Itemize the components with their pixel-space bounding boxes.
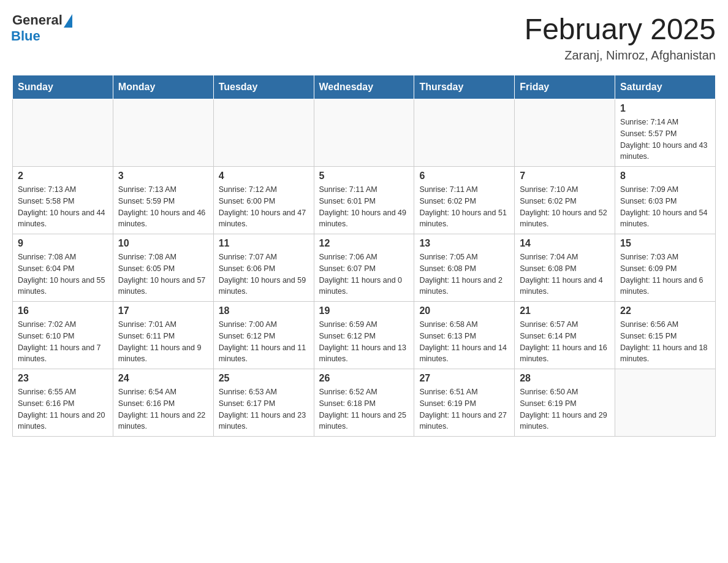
day-number: 3: [118, 170, 208, 182]
calendar-day: 25Sunrise: 6:53 AMSunset: 6:17 PMDayligh…: [213, 369, 314, 437]
day-info: Sunrise: 7:07 AMSunset: 6:06 PMDaylight:…: [219, 251, 309, 297]
calendar-day: 6Sunrise: 7:11 AMSunset: 6:02 PMDaylight…: [414, 167, 515, 234]
calendar-day: 10Sunrise: 7:08 AMSunset: 6:05 PMDayligh…: [113, 234, 213, 302]
day-number: 20: [419, 305, 509, 316]
calendar-day: 17Sunrise: 7:01 AMSunset: 6:11 PMDayligh…: [113, 302, 213, 369]
day-info: Sunrise: 6:55 AMSunset: 6:16 PMDaylight:…: [18, 386, 108, 432]
logo: General Blue: [12, 12, 72, 44]
day-number: 6: [419, 170, 509, 182]
calendar-day: 1Sunrise: 7:14 AMSunset: 5:57 PMDaylight…: [615, 99, 716, 167]
day-number: 9: [18, 238, 108, 249]
calendar-day: 3Sunrise: 7:13 AMSunset: 5:59 PMDaylight…: [113, 167, 213, 234]
calendar-day: [314, 99, 414, 167]
day-info: Sunrise: 6:57 AMSunset: 6:14 PMDaylight:…: [520, 319, 610, 365]
calendar-day: 7Sunrise: 7:10 AMSunset: 6:02 PMDaylight…: [515, 167, 615, 234]
calendar-table: SundayMondayTuesdayWednesdayThursdayFrid…: [12, 75, 716, 437]
day-number: 22: [620, 305, 710, 316]
calendar-day: 8Sunrise: 7:09 AMSunset: 6:03 PMDaylight…: [615, 167, 716, 234]
day-number: 19: [319, 305, 409, 316]
calendar-week-row: 2Sunrise: 7:13 AMSunset: 5:58 PMDaylight…: [13, 167, 716, 234]
calendar-header-wednesday: Wednesday: [314, 75, 414, 99]
calendar-day: 11Sunrise: 7:07 AMSunset: 6:06 PMDayligh…: [213, 234, 314, 302]
calendar-week-row: 23Sunrise: 6:55 AMSunset: 6:16 PMDayligh…: [13, 369, 716, 437]
calendar-day: [113, 99, 213, 167]
day-number: 27: [419, 373, 509, 384]
day-number: 28: [520, 373, 610, 384]
calendar-header-thursday: Thursday: [414, 75, 515, 99]
page-header: General Blue February 2025 Zaranj, Nimro…: [12, 12, 716, 63]
month-title: February 2025: [525, 12, 716, 46]
day-number: 7: [520, 170, 610, 182]
calendar-day: 2Sunrise: 7:13 AMSunset: 5:58 PMDaylight…: [13, 167, 113, 234]
calendar-day: 9Sunrise: 7:08 AMSunset: 6:04 PMDaylight…: [13, 234, 113, 302]
day-info: Sunrise: 6:53 AMSunset: 6:17 PMDaylight:…: [219, 386, 309, 432]
day-info: Sunrise: 7:11 AMSunset: 6:01 PMDaylight:…: [319, 184, 409, 230]
day-info: Sunrise: 7:01 AMSunset: 6:11 PMDaylight:…: [118, 319, 208, 365]
calendar-day: 21Sunrise: 6:57 AMSunset: 6:14 PMDayligh…: [515, 302, 615, 369]
day-info: Sunrise: 6:54 AMSunset: 6:16 PMDaylight:…: [118, 386, 208, 432]
day-number: 26: [319, 373, 409, 384]
day-number: 1: [620, 103, 710, 114]
day-number: 25: [219, 373, 309, 384]
calendar-header-monday: Monday: [113, 75, 213, 99]
logo-general-text: General: [12, 12, 63, 28]
day-info: Sunrise: 6:51 AMSunset: 6:19 PMDaylight:…: [419, 386, 509, 432]
calendar-day: [13, 99, 113, 167]
calendar-day: 27Sunrise: 6:51 AMSunset: 6:19 PMDayligh…: [414, 369, 515, 437]
location-text: Zaranj, Nimroz, Afghanistan: [525, 48, 716, 63]
calendar-day: 16Sunrise: 7:02 AMSunset: 6:10 PMDayligh…: [13, 302, 113, 369]
day-info: Sunrise: 7:04 AMSunset: 6:08 PMDaylight:…: [520, 251, 610, 297]
day-info: Sunrise: 7:09 AMSunset: 6:03 PMDaylight:…: [620, 184, 710, 230]
calendar-day: 5Sunrise: 7:11 AMSunset: 6:01 PMDaylight…: [314, 167, 414, 234]
day-info: Sunrise: 6:56 AMSunset: 6:15 PMDaylight:…: [620, 319, 710, 365]
calendar-day: 20Sunrise: 6:58 AMSunset: 6:13 PMDayligh…: [414, 302, 515, 369]
calendar-day: [615, 369, 716, 437]
calendar-header-saturday: Saturday: [615, 75, 716, 99]
day-number: 17: [118, 305, 208, 316]
calendar-day: [213, 99, 314, 167]
day-info: Sunrise: 7:11 AMSunset: 6:02 PMDaylight:…: [419, 184, 509, 230]
day-info: Sunrise: 7:00 AMSunset: 6:12 PMDaylight:…: [219, 319, 309, 365]
day-number: 14: [520, 238, 610, 249]
calendar-day: [414, 99, 515, 167]
calendar-week-row: 16Sunrise: 7:02 AMSunset: 6:10 PMDayligh…: [13, 302, 716, 369]
calendar-day: 13Sunrise: 7:05 AMSunset: 6:08 PMDayligh…: [414, 234, 515, 302]
day-info: Sunrise: 7:08 AMSunset: 6:05 PMDaylight:…: [118, 251, 208, 297]
calendar-day: 4Sunrise: 7:12 AMSunset: 6:00 PMDaylight…: [213, 167, 314, 234]
calendar-week-row: 9Sunrise: 7:08 AMSunset: 6:04 PMDaylight…: [13, 234, 716, 302]
day-number: 8: [620, 170, 710, 182]
day-info: Sunrise: 7:02 AMSunset: 6:10 PMDaylight:…: [18, 319, 108, 365]
day-info: Sunrise: 7:14 AMSunset: 5:57 PMDaylight:…: [620, 117, 710, 163]
calendar-week-row: 1Sunrise: 7:14 AMSunset: 5:57 PMDaylight…: [13, 99, 716, 167]
day-info: Sunrise: 7:13 AMSunset: 5:58 PMDaylight:…: [18, 184, 108, 230]
calendar-day: 28Sunrise: 6:50 AMSunset: 6:19 PMDayligh…: [515, 369, 615, 437]
day-number: 15: [620, 238, 710, 249]
day-number: 5: [319, 170, 409, 182]
day-info: Sunrise: 7:10 AMSunset: 6:02 PMDaylight:…: [520, 184, 610, 230]
calendar-day: 15Sunrise: 7:03 AMSunset: 6:09 PMDayligh…: [615, 234, 716, 302]
day-number: 23: [18, 373, 108, 384]
day-info: Sunrise: 7:06 AMSunset: 6:07 PMDaylight:…: [319, 251, 409, 297]
day-number: 10: [118, 238, 208, 249]
day-info: Sunrise: 7:13 AMSunset: 5:59 PMDaylight:…: [118, 184, 208, 230]
day-number: 21: [520, 305, 610, 316]
title-section: February 2025 Zaranj, Nimroz, Afghanista…: [525, 12, 716, 63]
calendar-day: 14Sunrise: 7:04 AMSunset: 6:08 PMDayligh…: [515, 234, 615, 302]
calendar-header-row: SundayMondayTuesdayWednesdayThursdayFrid…: [13, 75, 716, 99]
day-info: Sunrise: 6:52 AMSunset: 6:18 PMDaylight:…: [319, 386, 409, 432]
day-info: Sunrise: 7:12 AMSunset: 6:00 PMDaylight:…: [219, 184, 309, 230]
day-number: 24: [118, 373, 208, 384]
day-info: Sunrise: 7:08 AMSunset: 6:04 PMDaylight:…: [18, 251, 108, 297]
calendar-day: [515, 99, 615, 167]
calendar-header-sunday: Sunday: [13, 75, 113, 99]
day-number: 18: [219, 305, 309, 316]
day-number: 2: [18, 170, 108, 182]
calendar-day: 22Sunrise: 6:56 AMSunset: 6:15 PMDayligh…: [615, 302, 716, 369]
calendar-header-friday: Friday: [515, 75, 615, 99]
day-info: Sunrise: 6:58 AMSunset: 6:13 PMDaylight:…: [419, 319, 509, 365]
day-number: 16: [18, 305, 108, 316]
day-info: Sunrise: 6:59 AMSunset: 6:12 PMDaylight:…: [319, 319, 409, 365]
day-number: 12: [319, 238, 409, 249]
calendar-day: 19Sunrise: 6:59 AMSunset: 6:12 PMDayligh…: [314, 302, 414, 369]
day-number: 11: [219, 238, 309, 249]
